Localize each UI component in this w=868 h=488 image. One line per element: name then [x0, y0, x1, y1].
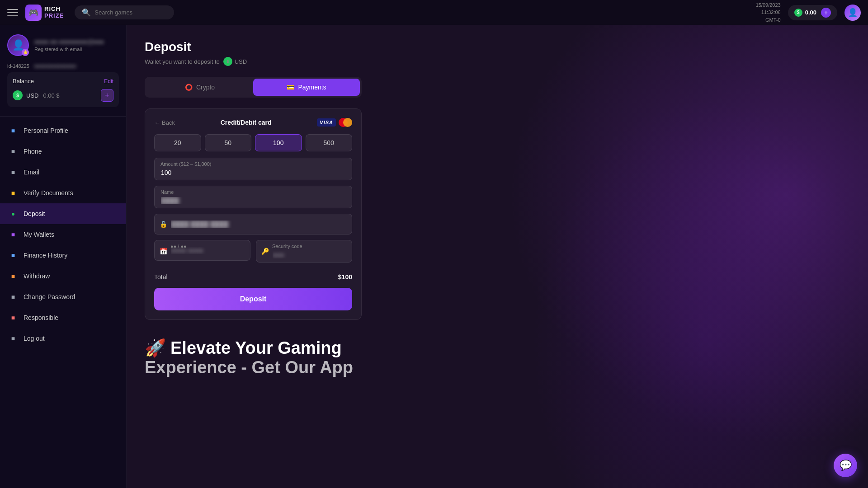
- user-badge: ⭐: [22, 49, 29, 56]
- banner-title: 🚀 Elevate Your Gaming: [145, 338, 850, 358]
- sidebar: 👤 ⭐ ●●●● ●● ●●●●●●●●@●●● Registered with…: [0, 25, 127, 488]
- wallet-subtitle: Wallet you want to deposit to $ USD: [145, 57, 850, 66]
- main-content: Deposit Wallet you want to deposit to $ …: [127, 25, 868, 488]
- security-icon: 🔑: [261, 248, 269, 255]
- security-code-input[interactable]: [256, 240, 352, 263]
- crypto-tab-label: Crypto: [196, 84, 215, 91]
- sidebar-item-personal-profile[interactable]: ■ Personal Profile: [0, 120, 126, 141]
- tab-crypto[interactable]: ⭕ Crypto: [146, 79, 253, 96]
- sidebar-navigation: ■ Personal Profile ■ Phone ■ Email ■ Ver…: [0, 117, 126, 352]
- preset-20[interactable]: 20: [154, 134, 201, 151]
- sidebar-item-withdraw[interactable]: ■ Withdraw: [0, 266, 126, 286]
- balance-amount: 0.00: [805, 9, 816, 16]
- logo[interactable]: 🎮 RICHPRIZE: [25, 5, 64, 21]
- rocket-emoji: 🚀: [145, 338, 166, 358]
- balance-edit-button[interactable]: Edit: [104, 78, 113, 84]
- sidebar-item-email[interactable]: ■ Email: [0, 162, 126, 183]
- payments-tab-icon: 💳: [287, 84, 294, 91]
- back-button[interactable]: ← Back: [154, 119, 175, 126]
- security-code-field-group: 🔑 Security code: [256, 240, 352, 263]
- preset-50[interactable]: 50: [205, 134, 252, 151]
- tab-switcher: ⭕ Crypto 💳 Payments: [145, 77, 362, 98]
- sidebar-item-log-out[interactable]: ■ Log out: [0, 328, 126, 349]
- balance-currency-icon: $: [794, 9, 802, 17]
- balance-currency-icon: $: [13, 90, 23, 100]
- sidebar-item-label: Email: [24, 169, 39, 176]
- registered-label: Registered with email: [34, 47, 119, 52]
- sidebar-item-label: Change Password: [24, 293, 75, 300]
- balance-add-button[interactable]: +: [101, 89, 113, 102]
- balance-title: Balance: [13, 78, 34, 84]
- calendar-icon: 📅: [160, 248, 167, 255]
- banner-subtitle: Experience - Get Our App: [145, 358, 850, 377]
- wallet-icon: ■: [9, 230, 17, 239]
- sidebar-item-label: Deposit: [24, 210, 45, 217]
- logo-text: RICHPRIZE: [44, 6, 64, 19]
- balance-currency-label: USD: [26, 92, 38, 99]
- card-header: ← Back Credit/Debit card VISA: [154, 118, 352, 127]
- navbar: 🎮 RICHPRIZE 🔍 15/09/2023 11:32:06 GMT-0 …: [0, 0, 868, 25]
- sidebar-item-label: Log out: [24, 335, 45, 342]
- card-icons: VISA: [317, 118, 352, 127]
- sidebar-item-label: Verify Documents: [24, 189, 73, 197]
- user-section: 👤 ⭐ ●●●● ●● ●●●●●●●●@●●● Registered with…: [0, 25, 126, 117]
- search-icon: 🔍: [82, 8, 91, 17]
- menu-icon[interactable]: [7, 7, 18, 18]
- sidebar-item-finance-history[interactable]: ■ Finance History: [0, 245, 126, 266]
- sidebar-item-verify-documents[interactable]: ■ Verify Documents: [0, 183, 126, 203]
- balance-row: $ USD 0.00 $ +: [13, 89, 113, 102]
- document-icon: ■: [9, 189, 17, 197]
- card-number-field-group: 🔒: [154, 214, 352, 235]
- search-bar[interactable]: 🔍: [75, 5, 174, 19]
- sidebar-item-my-wallets[interactable]: ■ My Wallets: [0, 224, 126, 245]
- total-label: Total: [154, 273, 168, 281]
- total-row: Total $100: [154, 268, 352, 288]
- user-avatar-nav[interactable]: 👤: [844, 5, 861, 21]
- chat-button[interactable]: 💬: [834, 454, 857, 477]
- balance-add-button[interactable]: +: [821, 8, 831, 18]
- page-title: Deposit: [145, 40, 850, 54]
- preset-100[interactable]: 100: [255, 134, 302, 151]
- logout-icon: ■: [9, 334, 17, 343]
- total-amount: $100: [338, 273, 352, 281]
- amount-presets: 20 50 100 500: [154, 134, 352, 151]
- user-email: ●●●● ●● ●●●●●●●●@●●●: [34, 38, 119, 45]
- sidebar-item-phone[interactable]: ■ Phone: [0, 141, 126, 162]
- deposit-icon: ●: [9, 210, 17, 218]
- visa-icon: VISA: [317, 118, 336, 127]
- history-icon: ■: [9, 251, 17, 259]
- deposit-button[interactable]: Deposit: [154, 288, 352, 310]
- sidebar-item-label: Finance History: [24, 252, 67, 259]
- user-id-blurred: ●●●●●●●●●●●●●●: [34, 63, 76, 69]
- balance-amount-value: 0.00 $: [43, 92, 59, 99]
- chat-icon: 💬: [840, 460, 852, 471]
- name-field-group: Name: [154, 186, 352, 208]
- mastercard-icon: [339, 118, 352, 127]
- sidebar-item-label: Personal Profile: [24, 127, 68, 134]
- search-input[interactable]: [94, 9, 167, 16]
- user-info: 👤 ⭐ ●●●● ●● ●●●●●●●●@●●● Registered with…: [7, 34, 119, 56]
- sidebar-item-responsible[interactable]: ■ Responsible: [0, 307, 126, 328]
- main-layout: 👤 ⭐ ●●●● ●● ●●●●●●●●@●●● Registered with…: [0, 25, 868, 488]
- sidebar-item-change-password[interactable]: ■ Change Password: [0, 286, 126, 307]
- nav-datetime: 15/09/2023 11:32:06 GMT-0: [756, 1, 781, 24]
- user-id: id-148225: [7, 63, 29, 69]
- card-lock-icon: 🔒: [160, 221, 167, 228]
- card-type-label: Credit/Debit card: [221, 119, 272, 126]
- amount-field-group: Amount ($12 – $1,000): [154, 158, 352, 180]
- logo-icon: 🎮: [25, 5, 42, 21]
- tab-payments[interactable]: 💳 Payments: [253, 79, 360, 96]
- sidebar-item-label: Phone: [24, 148, 42, 155]
- amount-input[interactable]: [154, 158, 352, 180]
- card-number-input[interactable]: [154, 214, 352, 235]
- user-details: ●●●● ●● ●●●●●●●●@●●● Registered with ema…: [34, 38, 119, 52]
- email-icon: ■: [9, 168, 17, 176]
- expiry-input[interactable]: [154, 240, 250, 261]
- sidebar-item-deposit[interactable]: ● Deposit: [0, 203, 126, 224]
- name-input[interactable]: [154, 186, 352, 208]
- preset-500[interactable]: 500: [306, 134, 353, 151]
- expiry-field-group: 📅 ●● / ●●: [154, 240, 250, 263]
- balance-header: Balance Edit: [13, 78, 113, 84]
- balance-section: Balance Edit $ USD 0.00 $ +: [7, 72, 119, 107]
- lock-icon: ■: [9, 293, 17, 301]
